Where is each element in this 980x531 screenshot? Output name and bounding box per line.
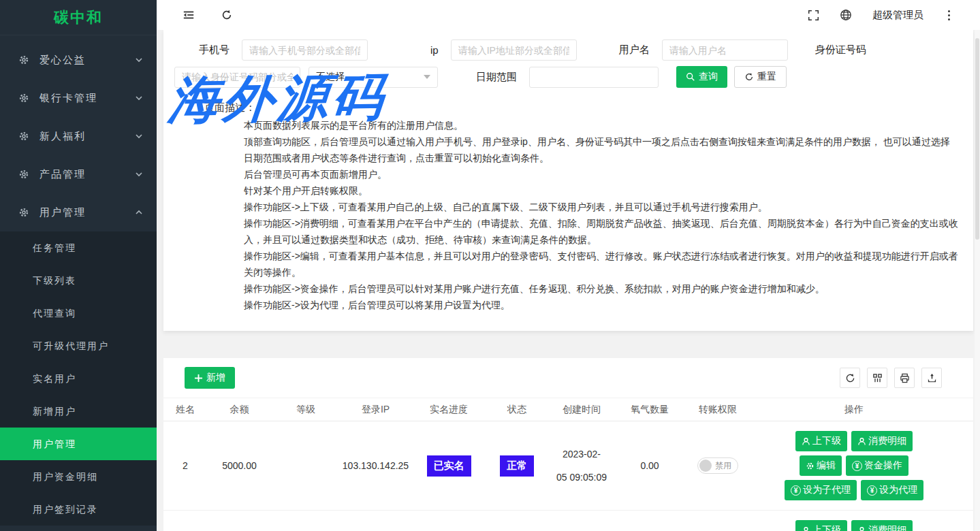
sidebar-item-subordinate-list[interactable]: 下级列表	[0, 264, 157, 297]
add-user-button[interactable]: 新增	[185, 367, 235, 389]
action-label: 消费明细	[868, 524, 906, 531]
sidebar-item-user-management-active[interactable]: 用户管理	[0, 428, 157, 460]
col-header-status: 状态	[486, 404, 548, 416]
realname-badge: 已实名	[427, 455, 471, 477]
sidebar-item-product-mgmt[interactable]: 产品管理	[0, 155, 157, 193]
gear-icon	[806, 462, 815, 470]
col-header-level: 等级	[272, 404, 340, 416]
col-header-login-ip: 登录IP	[340, 404, 411, 416]
status-badge: 正常	[500, 455, 534, 477]
gear-icon	[18, 130, 30, 142]
sidebar-item-upgradable-agent-users[interactable]: 可升级代理用户	[0, 329, 157, 362]
sidebar-item-love-charity[interactable]: 爱心公益	[0, 41, 157, 79]
description-line: 顶部查询功能区，后台管理员可以通过输入用户手机号、用户登录ip、用户名、身份证号…	[244, 133, 959, 166]
updown-level-button[interactable]: 上下级	[795, 431, 847, 451]
sidebar-item-user-signin-records[interactable]: 用户签到记录	[0, 493, 157, 526]
description-line: 本页面数据列表展示的是平台所有的注册用户信息。	[244, 117, 959, 133]
sidebar-item-agent-query[interactable]: 代理查询	[0, 297, 157, 329]
reset-button[interactable]: 重置	[734, 66, 787, 88]
cell-oxygen: 0.00	[616, 460, 684, 471]
consumption-detail-button[interactable]: 消费明细	[851, 431, 913, 451]
sidebar-item-task-mgmt[interactable]: 任务管理	[0, 231, 157, 264]
cell-name: 2	[163, 460, 207, 471]
table-refresh-icon[interactable]	[840, 368, 860, 388]
funds-operation-button[interactable]: ¥ 资金操作	[846, 455, 908, 476]
gear-icon	[18, 92, 30, 104]
app-logo: 碳中和	[0, 0, 157, 35]
admin-username[interactable]: 超级管理员	[872, 9, 923, 22]
table-columns-filter-icon[interactable]	[867, 368, 887, 388]
chevron-down-icon	[135, 94, 143, 102]
fullscreen-icon[interactable]	[807, 9, 819, 21]
sidebar: 碳中和 爱心公益 银行卡管理 新人福利 产品管理 用户管理 任务管理	[0, 0, 157, 531]
updown-level-button[interactable]: 上下级	[795, 520, 847, 531]
row-actions: 上下级 消费明细 编辑	[785, 421, 923, 510]
action-label: 设为代理	[879, 484, 917, 496]
consumption-detail-button[interactable]: 消费明细	[851, 520, 913, 531]
sidebar-item-new-users[interactable]: 新增用户	[0, 395, 157, 428]
col-header-oxygen: 氧气数量	[616, 404, 684, 416]
yen-icon: ¥	[867, 485, 877, 496]
cell-login-ip: 103.130.142.25	[340, 460, 411, 471]
col-header-realname-progress: 实名进度	[411, 404, 486, 416]
plus-icon	[194, 374, 203, 383]
chevron-up-icon	[135, 208, 143, 216]
sidebar-item-label: 银行卡管理	[39, 92, 97, 105]
user-table-card: 新增 姓名	[163, 358, 973, 531]
person-icon	[802, 437, 810, 446]
table-header-row: 姓名 余额 等级 登录IP 实名进度 状态 创建时间 氧气数量 转账权限 操作	[163, 398, 973, 421]
sidebar-menu: 爱心公益 银行卡管理 新人福利 产品管理 用户管理 任务管理 下级列表 代理查询	[0, 35, 157, 526]
table-print-icon[interactable]	[894, 368, 915, 388]
page-scrollbar[interactable]	[975, 30, 980, 531]
sidebar-item-verified-users[interactable]: 实名用户	[0, 362, 157, 395]
page-description-title: 页面描述：	[204, 101, 962, 114]
refresh-page-icon[interactable]	[221, 9, 233, 21]
status-select-value: 不选择	[316, 71, 345, 83]
select-caret-icon	[424, 75, 430, 79]
status-select[interactable]: 不选择	[309, 67, 438, 88]
sidebar-item-newcomer-benefit[interactable]: 新人福利	[0, 117, 157, 155]
idcard-label: 身份证号码	[815, 44, 866, 57]
collapse-sidebar-icon[interactable]	[183, 9, 195, 21]
edit-button[interactable]: 编辑	[800, 455, 842, 476]
page-description: 页面描述： 本页面数据列表展示的是平台所有的注册用户信息。 顶部查询功能区，后台…	[174, 101, 962, 313]
chevron-down-icon	[135, 132, 143, 140]
set-sub-agent-button[interactable]: ¥ 设为子代理	[785, 480, 857, 500]
created-time-line1: 2023-02-	[563, 442, 601, 466]
cell-created-time: 2023-02- 05 09:05:09	[548, 442, 616, 489]
table-export-icon[interactable]	[921, 368, 942, 388]
idcard-input[interactable]	[174, 67, 300, 88]
phone-input[interactable]	[242, 39, 368, 61]
topbar: 超级管理员	[157, 0, 980, 30]
table-row: 张 0.00 111.10.121.52 审核中 正常 2023-02- 0.0…	[163, 511, 973, 531]
more-menu-icon[interactable]	[944, 9, 954, 22]
sidebar-item-bank-card[interactable]: 银行卡管理	[0, 79, 157, 117]
sidebar-item-label: 爱心公益	[39, 54, 86, 67]
action-label: 消费明细	[868, 435, 906, 447]
set-agent-button[interactable]: ¥ 设为代理	[861, 480, 923, 500]
gear-icon	[18, 168, 30, 180]
sidebar-item-user-funds-detail[interactable]: 用户资金明细	[0, 460, 157, 493]
table-row: 2 5000.00 103.130.142.25 已实名 正常 2023-02-…	[163, 421, 973, 511]
username-label: 用户名	[619, 44, 650, 57]
transfer-permission-toggle[interactable]: 禁用	[697, 457, 738, 474]
query-button[interactable]: 查询	[676, 66, 727, 88]
reset-button-label: 重置	[757, 71, 776, 83]
language-globe-icon[interactable]	[840, 9, 852, 21]
person-icon	[857, 526, 866, 531]
sidebar-item-user-mgmt[interactable]: 用户管理	[0, 193, 157, 231]
cell-balance: 5000.00	[207, 460, 272, 471]
action-label: 设为子代理	[803, 484, 851, 496]
col-header-created-time: 创建时间	[548, 404, 616, 416]
description-line: 操作功能区->编辑，可查看某用户基本信息，并且可以对用户的登录密码、支付密码、进…	[244, 248, 959, 280]
description-line: 操作功能区->上下级，可查看某用户自己的上级、自己的直属下级、二级下级用户列表，…	[244, 199, 959, 215]
date-range-input[interactable]	[529, 67, 659, 88]
username-input[interactable]	[662, 39, 788, 61]
sidebar-submenu: 任务管理 下级列表 代理查询 可升级代理用户 实名用户 新增用户 用户管理 用户…	[0, 231, 157, 526]
action-label: 上下级	[812, 435, 841, 447]
page-scrollbar-thumb[interactable]	[975, 38, 979, 240]
row-actions: 上下级 消费明细 编辑	[785, 511, 923, 531]
ip-input[interactable]	[451, 39, 577, 61]
description-line: 后台管理员可再本页面新增用户。	[244, 166, 959, 182]
sidebar-item-label: 产品管理	[39, 168, 86, 181]
